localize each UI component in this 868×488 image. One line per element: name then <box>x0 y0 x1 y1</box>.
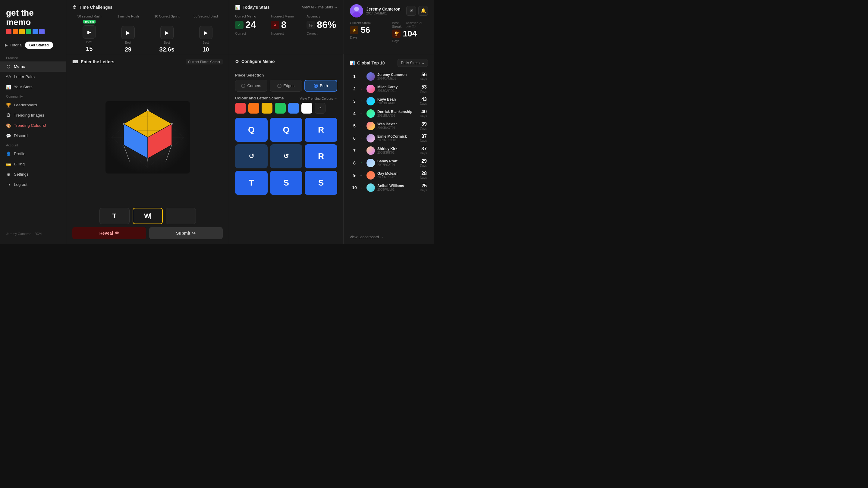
sidebar-item-leaderboard[interactable]: 🏆 Leaderboard <box>0 100 66 110</box>
leaderboard-icon-header: 📊 <box>350 61 355 65</box>
tile-S2[interactable]: S <box>305 171 337 195</box>
time-challenges-panel: ⏱ Time Challenges 30 second Rush Top 5% … <box>66 0 229 54</box>
leaderboard-icon: 🏆 <box>6 103 11 107</box>
sidebar-item-trending-images[interactable]: 🖼 Trending Images <box>0 110 66 121</box>
letter-pairs-label: Letter Pairs <box>14 74 35 79</box>
color-swatch-yellow[interactable] <box>261 103 273 113</box>
bell-icon-button[interactable]: 🔔 <box>418 6 428 16</box>
tile-refresh2[interactable]: ↺ <box>270 144 303 168</box>
community-section-label: Community <box>0 92 66 100</box>
get-started-button[interactable]: Get Started <box>25 41 53 49</box>
global-title-row: 📊 Global Top 10 <box>350 61 385 65</box>
main-content: ⏱ Time Challenges 30 second Rush Top 5% … <box>66 0 434 244</box>
reveal-button[interactable]: Reveal 👁 <box>72 227 146 239</box>
tile-Q2[interactable]: Q <box>270 118 303 142</box>
challenge-play-4[interactable]: ▶ <box>199 26 213 39</box>
sidebar-item-profile[interactable]: 👤 Profile <box>0 149 66 159</box>
lb-score-label-1: Days <box>420 77 427 81</box>
lb-score-num-2: 53 <box>420 84 427 90</box>
color-scheme-header: Colour and Letter Scheme View Trending C… <box>235 96 337 101</box>
challenge-label-3: 10 Correct Sprint <box>154 14 179 18</box>
current-streak-item: Current Streak ⚡ 56 Days <box>350 21 386 43</box>
color-swatch-blue[interactable] <box>288 103 299 113</box>
lb-score-label-2: Days <box>420 90 427 93</box>
streak-dropdown[interactable]: Daily Streak ⌄ <box>398 59 428 67</box>
lb-avatar-10 <box>367 184 375 192</box>
color-swatch-orange[interactable] <box>248 103 259 113</box>
letter-input-1[interactable]: T <box>99 208 130 224</box>
challenge-10correct: 10 Correct Sprint ▶ Best 32.6s <box>150 14 184 53</box>
challenge-30s-rush: 30 second Rush Top 5% ▶ Best 15 <box>72 14 106 53</box>
accuracy-sublabel: Correct <box>307 32 338 35</box>
tile-refresh1[interactable]: ↺ <box>235 144 268 168</box>
accuracy-icon: ◎ <box>307 21 315 29</box>
global-top-panel: 📊 Global Top 10 Daily Streak ⌄ 1 ↑ Jerem… <box>344 54 434 244</box>
view-all-stats-link[interactable]: View All-Time Stats → <box>302 5 338 9</box>
both-button[interactable]: Both <box>304 80 337 92</box>
lb-row-5: 5 – Wes Baxter 2010BAXT01 39 Days <box>350 120 428 132</box>
lb-rank-9: 9 <box>351 173 358 178</box>
best-streak-value-row: 🏆 104 <box>392 29 428 38</box>
sidebar-item-trending-colors[interactable]: 🎨 Trending Colours! <box>0 121 66 131</box>
sidebar-item-letter-pairs[interactable]: AA Letter Pairs <box>0 72 66 82</box>
tile-S1[interactable]: S <box>270 171 303 195</box>
sidebar-item-billing[interactable]: 💳 Billing <box>0 159 66 169</box>
lb-avatar-1 <box>367 72 375 81</box>
challenge-play-3[interactable]: ▶ <box>160 26 174 39</box>
letter-input-3[interactable] <box>166 208 196 224</box>
edges-label: Edges <box>283 84 294 88</box>
sidebar-item-your-stats[interactable]: 📊 Your Stats <box>0 82 66 92</box>
tile-R1[interactable]: R <box>305 118 337 142</box>
view-trending-colors-link[interactable]: View Trending Colours → <box>300 97 337 100</box>
svg-point-24 <box>171 123 173 125</box>
letter-input-2[interactable]: W <box>133 208 163 224</box>
sidebar-item-memo[interactable]: ⬡ Memo <box>0 61 66 72</box>
challenge-score-1: 15 <box>86 45 93 53</box>
tutorial-button[interactable]: ▶ Tutorial <box>5 43 23 47</box>
lb-row-9: 9 – Gay Mclean 2006MCLE01 28 Days <box>350 169 428 181</box>
color-swatch-red[interactable] <box>235 103 246 113</box>
challenge-1min-rush: 1 minute Rush ▶ Best 29 <box>111 14 145 53</box>
accuracy-value-row: ◎ 86% <box>307 19 338 30</box>
lb-rank-10: 10 <box>351 185 358 190</box>
lb-score-label-3: Days <box>420 102 427 105</box>
logo-dot-5 <box>33 29 38 34</box>
best-streak-unit: Days <box>392 39 428 43</box>
color-swatch-white[interactable] <box>301 103 312 113</box>
profile-id: 2014CAME01 <box>366 11 401 15</box>
enter-letters-title-row: ⌨ Enter the Letters <box>72 59 114 64</box>
correct-sublabel: Correct <box>235 32 266 35</box>
lb-name-6: Ernie McCormick <box>377 134 417 138</box>
lb-score-label-8: Days <box>420 164 427 167</box>
color-swatch-green[interactable] <box>275 103 286 113</box>
sun-icon-button[interactable]: ☀ <box>406 6 416 16</box>
edges-button[interactable]: Edges <box>270 80 302 92</box>
sidebar-item-logout[interactable]: ↪ Log out <box>0 180 66 190</box>
challenge-play-1[interactable]: ▶ <box>83 25 96 38</box>
challenge-play-2[interactable]: ▶ <box>121 26 135 39</box>
trending-colors-label: Trending Colours! <box>14 123 46 128</box>
tile-T[interactable]: T <box>235 171 268 195</box>
incorrect-sublabel: Incorrect <box>271 32 302 35</box>
submit-button[interactable]: Submit ↪ <box>149 227 223 239</box>
correct-label: Correct Memo <box>235 14 266 18</box>
sidebar-item-settings[interactable]: ⚙ Settings <box>0 169 66 180</box>
profile-name: Jeremy Cameron <box>366 7 401 11</box>
correct-value-row: ✓ 24 <box>235 19 266 30</box>
tile-R2[interactable]: R <box>305 144 337 168</box>
lb-row-8: 8 ↑ Sandy Pratt 2007PRAT01 29 Days <box>350 157 428 169</box>
incorrect-count: 8 <box>281 19 287 30</box>
view-leaderboard-link[interactable]: View Leaderboard → <box>350 235 428 239</box>
sidebar-item-discord[interactable]: 💬 Discord <box>0 131 66 141</box>
memo-icon: ⬡ <box>6 64 11 69</box>
practice-section-label: Practice <box>0 54 66 61</box>
lb-rank-1: 1 <box>351 74 358 79</box>
tile-Q1[interactable]: Q <box>235 118 268 142</box>
corners-button[interactable]: Corners <box>235 80 267 92</box>
refresh-colors-button[interactable]: ↺ <box>315 103 326 113</box>
profile-panel: Jeremy Cameron 2014CAME01 ☀ 🔔 Current St… <box>344 0 434 54</box>
svg-point-22 <box>147 109 149 111</box>
eye-icon: 👁 <box>115 231 119 235</box>
best-streak-item: Best Streak Achieved 21 Jun '23 🏆 104 Da… <box>392 21 428 43</box>
challenge-score-2: 29 <box>125 46 131 53</box>
